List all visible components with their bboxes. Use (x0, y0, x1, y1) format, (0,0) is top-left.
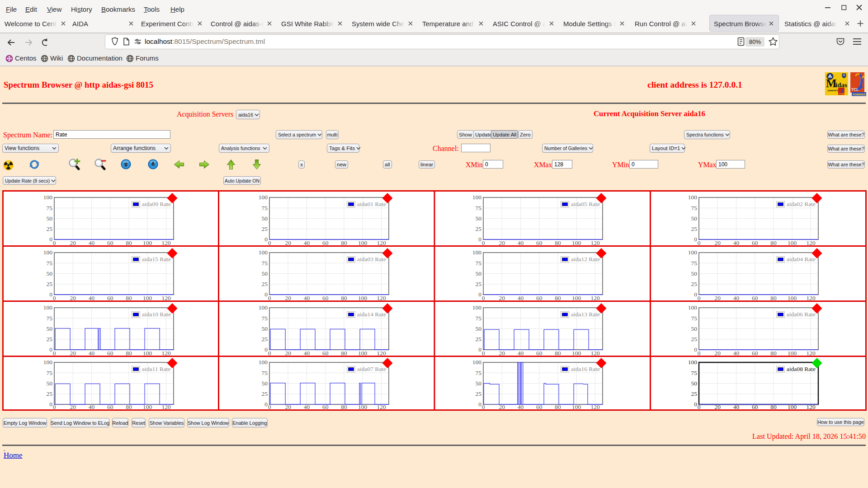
svg-text:0: 0 (478, 346, 481, 353)
svg-text:80: 80 (555, 239, 561, 246)
svg-text:50: 50 (46, 325, 52, 332)
svg-text:50: 50 (691, 325, 698, 332)
svg-text:0: 0 (268, 350, 271, 357)
svg-text:120: 120 (590, 239, 600, 246)
svg-text:80: 80 (771, 295, 777, 301)
svg-text:100: 100 (143, 295, 152, 301)
svg-text:75: 75 (46, 205, 52, 211)
svg-text:0: 0 (49, 236, 52, 243)
svg-text:120: 120 (377, 295, 386, 301)
svg-text:aida09 Rate: aida09 Rate (142, 201, 171, 207)
svg-text:0: 0 (694, 401, 698, 408)
svg-text:100: 100 (43, 194, 52, 201)
svg-text:60: 60 (107, 350, 113, 357)
svg-text:75: 75 (691, 370, 698, 376)
svg-text:75: 75 (476, 260, 482, 267)
svg-text:100: 100 (472, 359, 482, 366)
svg-text:20: 20 (715, 295, 721, 301)
svg-text:120: 120 (377, 350, 386, 357)
svg-text:aida14 Rate: aida14 Rate (357, 311, 386, 318)
svg-text:aida08 Rate: aida08 Rate (787, 366, 816, 372)
svg-text:aida05 Rate: aida05 Rate (571, 201, 600, 207)
svg-text:120: 120 (161, 295, 171, 301)
svg-text:0: 0 (264, 346, 268, 353)
svg-text:50: 50 (261, 380, 268, 387)
svg-text:25: 25 (476, 336, 482, 343)
svg-text:80: 80 (126, 350, 132, 357)
svg-text:0: 0 (482, 239, 485, 246)
svg-text:80: 80 (126, 295, 132, 301)
svg-text:25: 25 (476, 225, 482, 232)
svg-text:aida01 Rate: aida01 Rate (357, 201, 386, 207)
svg-text:75: 75 (691, 260, 698, 267)
svg-text:50: 50 (46, 215, 52, 222)
svg-text:100: 100 (258, 249, 268, 256)
svg-text:aida04 Rate: aida04 Rate (787, 256, 816, 263)
svg-text:100: 100 (472, 194, 482, 201)
svg-text:20: 20 (715, 239, 721, 246)
svg-text:40: 40 (518, 295, 524, 301)
svg-text:100: 100 (43, 249, 52, 256)
svg-text:100: 100 (143, 239, 152, 246)
svg-text:100: 100 (688, 359, 698, 366)
svg-text:0: 0 (694, 236, 698, 243)
svg-text:100: 100 (572, 295, 581, 301)
svg-text:25: 25 (46, 225, 52, 232)
svg-text:60: 60 (322, 350, 329, 357)
svg-text:100: 100 (788, 295, 797, 301)
svg-text:0: 0 (268, 295, 271, 301)
svg-text:75: 75 (691, 205, 698, 211)
svg-text:aida15 Rate: aida15 Rate (142, 256, 171, 263)
svg-text:0: 0 (264, 291, 268, 298)
svg-text:40: 40 (88, 239, 94, 246)
svg-text:40: 40 (88, 350, 94, 357)
svg-text:aida12 Rate: aida12 Rate (571, 256, 600, 263)
svg-text:100: 100 (472, 304, 482, 311)
svg-text:100: 100 (358, 350, 368, 357)
svg-text:75: 75 (46, 260, 52, 267)
svg-text:80: 80 (341, 239, 347, 246)
svg-text:120: 120 (590, 350, 600, 357)
svg-text:0: 0 (49, 291, 52, 298)
svg-text:50: 50 (476, 325, 482, 332)
svg-text:100: 100 (358, 239, 368, 246)
svg-text:0: 0 (698, 295, 701, 301)
svg-text:0: 0 (264, 401, 268, 408)
svg-text:100: 100 (688, 194, 698, 201)
svg-text:50: 50 (261, 325, 268, 332)
svg-text:40: 40 (733, 239, 740, 246)
svg-text:75: 75 (476, 315, 482, 322)
svg-text:60: 60 (752, 239, 758, 246)
svg-text:0: 0 (694, 346, 698, 353)
svg-text:120: 120 (807, 350, 816, 357)
svg-text:75: 75 (46, 370, 52, 376)
svg-text:60: 60 (107, 295, 113, 301)
svg-text:50: 50 (691, 270, 698, 277)
svg-text:80: 80 (555, 350, 561, 357)
svg-text:0: 0 (478, 291, 481, 298)
svg-text:20: 20 (70, 295, 76, 301)
svg-text:40: 40 (733, 350, 740, 357)
svg-text:20: 20 (70, 239, 76, 246)
svg-text:50: 50 (46, 270, 52, 277)
svg-text:0: 0 (52, 350, 56, 357)
svg-text:20: 20 (70, 350, 76, 357)
svg-text:40: 40 (303, 404, 310, 410)
svg-text:20: 20 (285, 239, 291, 246)
svg-text:100: 100 (688, 249, 698, 256)
svg-text:aida06 Rate: aida06 Rate (787, 311, 816, 318)
svg-text:60: 60 (752, 295, 758, 301)
svg-text:100: 100 (43, 359, 52, 366)
svg-text:20: 20 (499, 295, 505, 301)
svg-text:0: 0 (482, 295, 485, 301)
svg-text:50: 50 (476, 215, 482, 222)
svg-text:100: 100 (143, 350, 152, 357)
svg-text:0: 0 (694, 291, 698, 298)
svg-text:25: 25 (46, 390, 52, 397)
svg-text:25: 25 (46, 281, 52, 287)
svg-text:100: 100 (358, 295, 368, 301)
svg-text:80: 80 (341, 350, 347, 357)
svg-text:50: 50 (691, 380, 698, 387)
svg-text:aida13 Rate: aida13 Rate (571, 311, 600, 318)
svg-text:20: 20 (499, 350, 505, 357)
